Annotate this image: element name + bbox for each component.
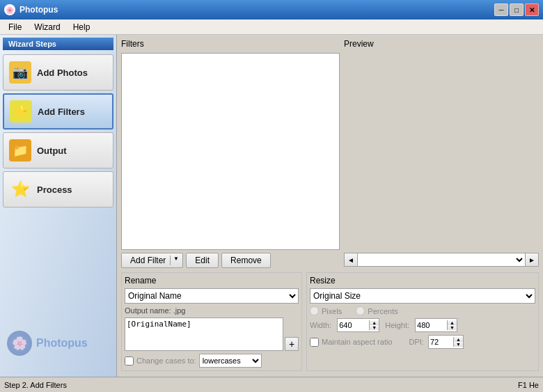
sidebar-item-add-photos[interactable]: 📷 Add Photos — [3, 54, 113, 91]
resize-panel: Resize Original Size Pixels Percents Wid… — [306, 272, 539, 371]
minimize-button[interactable]: ─ — [494, 3, 508, 16]
width-spinner: ▲ ▼ — [369, 320, 379, 330]
maximize-button[interactable]: □ — [510, 3, 524, 16]
window-controls: ─ □ ✕ — [494, 3, 539, 16]
add-token-button[interactable]: + — [285, 337, 299, 351]
dpi-down-button[interactable]: ▼ — [454, 342, 463, 347]
filters-list[interactable] — [121, 53, 340, 250]
preview-area — [344, 53, 539, 249]
height-input[interactable] — [416, 319, 447, 331]
dpi-input[interactable] — [429, 336, 453, 348]
menu-bar: File Wizard Help — [0, 19, 543, 35]
output-label: Output — [37, 146, 67, 156]
sidebar-watermark: 🌸 Photopus — [7, 331, 88, 356]
output-name-textarea[interactable]: [OriginalName] — [125, 317, 283, 351]
menu-help[interactable]: Help — [68, 21, 96, 33]
dpi-up-button[interactable]: ▲ — [454, 337, 463, 342]
change-cases-row: Change cases to: lowercases uppercases t… — [125, 354, 299, 368]
dpi-label: DPI: — [409, 338, 424, 346]
dropdown-arrow-icon[interactable]: ▼ — [170, 256, 180, 265]
status-step-label: Step 2. Add Filters — [4, 381, 67, 389]
percents-radio-label: Percents — [356, 306, 398, 315]
rename-select[interactable]: Original Name — [125, 288, 299, 304]
rename-title: Rename — [125, 276, 299, 285]
content-area: Filters Add Filter ▼ Edit Remove Preview… — [117, 35, 543, 377]
status-help-label: F1 He — [518, 381, 539, 389]
preview-select[interactable] — [358, 253, 525, 267]
height-down-button[interactable]: ▼ — [448, 325, 457, 330]
main-layout: Wizard Steps 📷 Add Photos ⭐ Add Filters … — [0, 35, 543, 377]
output-icon: 📁 — [9, 139, 31, 162]
preview-prev-button[interactable]: ◄ — [344, 253, 358, 267]
preview-nav: ◄ ► — [344, 251, 539, 268]
process-icon: ⭐ — [9, 178, 31, 201]
pixels-radio[interactable] — [310, 306, 319, 315]
bottom-section: Rename Original Name Output name: .jpg [… — [121, 272, 539, 373]
app-icon: 🌸 — [4, 4, 15, 15]
rename-panel: Rename Original Name Output name: .jpg [… — [121, 272, 302, 371]
remove-filter-button[interactable]: Remove — [221, 253, 271, 268]
maintain-aspect-checkbox[interactable] — [310, 338, 319, 347]
close-button[interactable]: ✕ — [525, 3, 539, 16]
cases-select[interactable]: lowercases uppercases title case — [199, 354, 262, 368]
width-input-group: ▲ ▼ — [337, 318, 379, 332]
width-down-button[interactable]: ▼ — [370, 325, 379, 330]
height-input-group: ▲ ▼ — [415, 318, 457, 332]
watermark-logo: 🌸 — [7, 331, 32, 356]
height-label: Height: — [385, 321, 409, 329]
add-filter-button[interactable]: Add Filter ▼ — [121, 253, 183, 268]
output-name-area: [OriginalName] + — [125, 317, 299, 351]
add-photos-icon: 📷 — [9, 61, 31, 84]
process-label: Process — [37, 185, 72, 195]
top-section: Filters Add Filter ▼ Edit Remove Preview… — [121, 39, 539, 268]
dpi-input-group: ▲ ▼ — [428, 335, 464, 349]
dpi-spinner: ▲ ▼ — [453, 337, 463, 347]
maintain-aspect-label: Maintain aspect ratio — [310, 338, 393, 347]
preview-title: Preview — [344, 39, 539, 49]
app-title: Photopus — [19, 5, 58, 15]
height-spinner: ▲ ▼ — [447, 320, 457, 330]
percents-radio[interactable] — [356, 306, 365, 315]
title-bar: 🌸 Photopus ─ □ ✕ — [0, 0, 543, 19]
sidebar-title: Wizard Steps — [3, 38, 113, 50]
filter-buttons: Add Filter ▼ Edit Remove — [121, 253, 340, 268]
title-bar-left: 🌸 Photopus — [4, 4, 58, 15]
width-up-button[interactable]: ▲ — [370, 320, 379, 325]
resize-title: Resize — [310, 276, 535, 285]
resize-select[interactable]: Original Size — [310, 288, 535, 304]
add-filters-icon: ⭐ — [10, 100, 32, 123]
width-input[interactable] — [338, 319, 369, 331]
edit-filter-button[interactable]: Edit — [186, 253, 219, 268]
preview-next-button[interactable]: ► — [525, 253, 539, 267]
sidebar-item-add-filters[interactable]: ⭐ Add Filters — [3, 93, 113, 130]
add-photos-label: Add Photos — [37, 68, 88, 78]
menu-file[interactable]: File — [3, 21, 27, 33]
output-name-label: Output name: .jpg — [125, 306, 299, 315]
change-cases-label: Change cases to: — [125, 356, 196, 366]
status-bar: Step 2. Add Filters F1 He — [0, 377, 543, 392]
height-up-button[interactable]: ▲ — [448, 320, 457, 325]
sidebar: Wizard Steps 📷 Add Photos ⭐ Add Filters … — [0, 35, 117, 377]
dim-row: Width: ▲ ▼ Height: ▲ ▼ — [310, 318, 535, 332]
sidebar-item-output[interactable]: 📁 Output — [3, 132, 113, 168]
preview-panel: Preview ◄ ► — [344, 39, 539, 268]
watermark-text: Photopus — [36, 337, 88, 350]
pixels-radio-label: Pixels — [310, 306, 342, 315]
menu-wizard[interactable]: Wizard — [29, 21, 65, 33]
aspect-row: Maintain aspect ratio DPI: ▲ ▼ — [310, 335, 535, 349]
radio-row: Pixels Percents — [310, 306, 535, 315]
sidebar-item-process[interactable]: ⭐ Process — [3, 171, 113, 207]
add-filters-label: Add Filters — [38, 107, 85, 117]
change-cases-checkbox[interactable] — [125, 356, 134, 366]
filters-title: Filters — [121, 39, 340, 49]
filters-panel: Filters Add Filter ▼ Edit Remove — [121, 39, 340, 268]
width-label: Width: — [310, 321, 331, 329]
